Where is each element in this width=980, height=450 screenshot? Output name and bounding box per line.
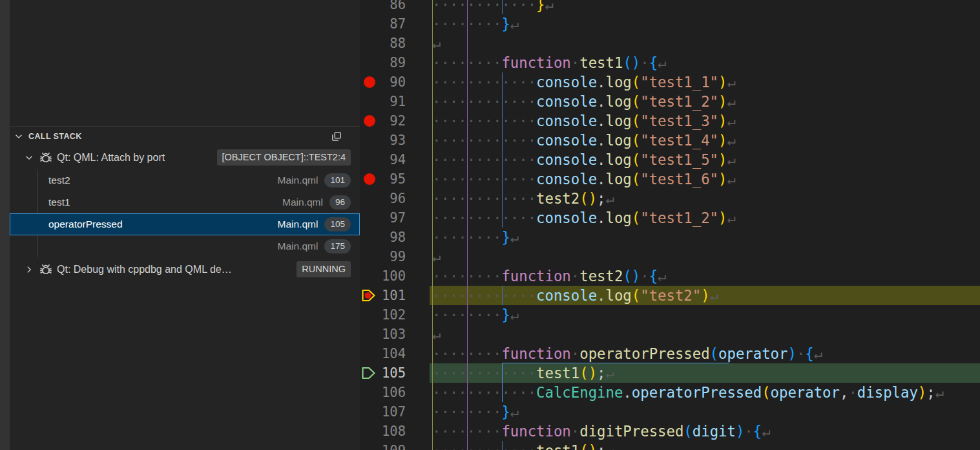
code-line-93[interactable]: 93············console.log("test1_4")↵: [360, 131, 980, 150]
code-line-90[interactable]: 90············console.log("test1_1")↵: [360, 72, 980, 92]
line-number[interactable]: 104: [371, 344, 406, 363]
code-line-98[interactable]: 98········}↵: [360, 228, 980, 247]
window-edge-strip: [0, 0, 10, 450]
code-line-text[interactable]: ············console.log("test1_5")↵: [432, 150, 736, 169]
code-line-91[interactable]: 91············console.log("test1_2")↵: [360, 92, 980, 111]
code-line-99[interactable]: 99↵: [360, 247, 980, 266]
code-line-text[interactable]: ········function·test2()·{↵: [432, 266, 667, 286]
debug-session-qml-attach[interactable]: Qt: QML: Attach by port [OBJECT OBJECT]:…: [10, 147, 360, 168]
code-line-86[interactable]: 86············}↵: [360, 0, 980, 14]
line-number[interactable]: 97: [371, 208, 406, 228]
line-number[interactable]: 96: [371, 189, 406, 208]
session-label: Qt: QML: Attach by port: [57, 147, 165, 168]
code-editor: 86············}↵87········}↵88↵89·······…: [360, 0, 980, 450]
code-line-text[interactable]: ············console.log("test1_2")↵: [432, 92, 736, 111]
line-number[interactable]: 103: [371, 325, 406, 344]
bug-icon: [39, 262, 53, 277]
callstack-frame-test2[interactable]: test2Main.qml101: [10, 169, 360, 191]
line-number[interactable]: 91: [371, 92, 406, 111]
code-line-105[interactable]: 105············test1();↵: [360, 363, 980, 383]
debug-session-cppdbg[interactable]: Qt: Debug with cppdbg and QML de… RUNNIN…: [10, 259, 360, 281]
code-line-102[interactable]: 102········}↵: [360, 305, 980, 325]
frame-line-badge: 101: [324, 173, 351, 188]
line-number[interactable]: 87: [371, 14, 406, 34]
frame-line-badge: 105: [324, 217, 351, 231]
code-line-106[interactable]: 106············CalcEngine.operatorPresse…: [360, 383, 980, 402]
code-line-95[interactable]: 95············console.log("test1_6")↵: [360, 169, 980, 189]
line-number[interactable]: 98: [371, 228, 406, 247]
line-number[interactable]: 95: [371, 169, 406, 189]
line-number[interactable]: 94: [371, 150, 406, 169]
chevron-right-icon[interactable]: [25, 265, 34, 274]
code-line-103[interactable]: 103↵: [360, 325, 980, 344]
code-line-text[interactable]: ············}↵: [432, 0, 554, 14]
code-line-text[interactable]: ············console.log("test1_6")↵: [432, 169, 736, 189]
code-line-text[interactable]: ········function·digitPressed(digit)·{↵: [432, 422, 771, 441]
code-line-text[interactable]: ············console.log("test1_4")↵: [432, 131, 736, 150]
line-number[interactable]: 86: [371, 0, 406, 14]
line-number[interactable]: 106: [371, 383, 406, 402]
line-number[interactable]: 93: [371, 131, 406, 150]
code-line-94[interactable]: 94············console.log("test1_5")↵: [360, 150, 980, 169]
code-line-text[interactable]: ············CalcEngine.operatorPressed(o…: [432, 383, 944, 402]
code-line-104[interactable]: 104········function·operatorPressed(oper…: [360, 344, 980, 363]
line-number[interactable]: 99: [371, 247, 406, 266]
code-line-text[interactable]: ············console.log("test1_2")↵: [432, 208, 736, 228]
code-line-text[interactable]: ············console.log("test2")↵: [432, 286, 718, 305]
code-line-text[interactable]: ········function·operatorPressed(operato…: [432, 344, 822, 363]
code-line-107[interactable]: 107········}↵: [360, 402, 980, 422]
session-label: Qt: Debug with cppdbg and QML de…: [57, 259, 232, 281]
code-line-89[interactable]: 89········function·test1()·{↵: [360, 53, 980, 72]
line-number[interactable]: 101: [371, 286, 406, 305]
callstack-frame-anonymous[interactable]: Main.qml175: [10, 235, 360, 257]
frame-line-badge: 175: [324, 239, 351, 253]
code-line-text[interactable]: ············test1();↵: [432, 441, 614, 450]
code-line-109[interactable]: 109············test1();↵: [360, 441, 980, 450]
chevron-down-icon[interactable]: [25, 153, 34, 162]
line-number[interactable]: 90: [371, 72, 406, 92]
code-line-text[interactable]: ········}↵: [432, 228, 519, 247]
vscode-debug-view: CALL STACK Qt: QML: Attach by port [OBJE…: [0, 0, 980, 450]
frame-file: Main.qml: [282, 197, 323, 208]
frame-name: operatorPressed: [48, 213, 123, 235]
code-line-text[interactable]: ········function·test1()·{↵: [432, 53, 667, 72]
line-number[interactable]: 89: [371, 53, 406, 72]
code-line-text[interactable]: ↵: [432, 34, 441, 53]
code-line-88[interactable]: 88↵: [360, 34, 980, 53]
line-number[interactable]: 100: [371, 266, 406, 286]
code-line-text[interactable]: ············console.log("test1_1")↵: [432, 72, 736, 92]
line-number[interactable]: 92: [371, 111, 406, 131]
code-line-108[interactable]: 108········function·digitPressed(digit)·…: [360, 422, 980, 441]
code-line-92[interactable]: 92············console.log("test1_3")↵: [360, 111, 980, 131]
line-number[interactable]: 107: [371, 402, 406, 422]
callstack-frame-operatorPressed[interactable]: operatorPressedMain.qml105: [10, 213, 360, 235]
chevron-down-icon[interactable]: [14, 132, 23, 141]
code-line-text[interactable]: ············test2();↵: [432, 189, 614, 208]
line-number[interactable]: 109: [371, 441, 406, 450]
code-line-text[interactable]: ········}↵: [432, 14, 519, 34]
line-number[interactable]: 108: [371, 422, 406, 441]
copy-call-stack-icon[interactable]: [331, 131, 342, 142]
frame-line-badge: 96: [329, 195, 351, 209]
callstack-header[interactable]: CALL STACK: [10, 127, 360, 146]
line-number[interactable]: 88: [371, 34, 406, 53]
code-line-100[interactable]: 100········function·test2()·{↵: [360, 266, 980, 286]
frame-file: Main.qml: [278, 175, 318, 186]
code-line-text[interactable]: ············console.log("test1_3")↵: [432, 111, 736, 131]
frame-name: test1: [48, 191, 70, 213]
bug-icon: [39, 151, 53, 165]
code-line-97[interactable]: 97············console.log("test1_2")↵: [360, 208, 980, 228]
code-line-96[interactable]: 96············test2();↵: [360, 189, 980, 208]
code-line-87[interactable]: 87········}↵: [360, 14, 980, 34]
code-line-text[interactable]: ············test1();↵: [432, 363, 614, 383]
callstack-frame-test1[interactable]: test1Main.qml96: [10, 191, 360, 213]
line-number[interactable]: 105: [371, 363, 406, 383]
code-line-text[interactable]: ········}↵: [432, 402, 519, 422]
line-number[interactable]: 102: [371, 305, 406, 325]
code-line-text[interactable]: ↵: [432, 247, 441, 266]
callstack-frames: test2Main.qml101test1Main.qml96operatorP…: [10, 169, 360, 257]
code-line-text[interactable]: ↵: [432, 325, 441, 344]
code-line-text[interactable]: ········}↵: [432, 305, 519, 325]
code-line-101[interactable]: 101············console.log("test2")↵: [360, 286, 980, 305]
code-layer: 86············}↵87········}↵88↵89·······…: [360, 0, 980, 450]
